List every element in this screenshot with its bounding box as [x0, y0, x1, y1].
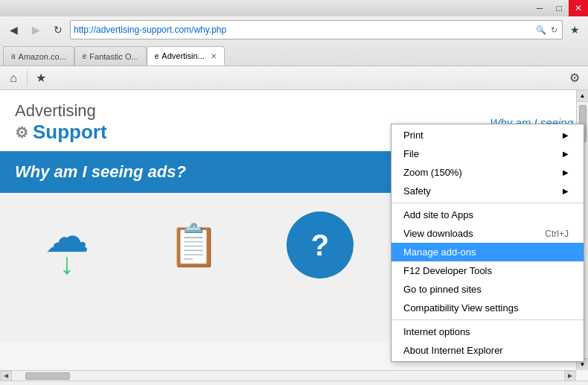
question-icon-container: ?	[268, 204, 372, 286]
site-logo-top: Advertising	[15, 101, 107, 121]
toolbar-separator	[27, 70, 28, 86]
menu-item-print-label: Print	[403, 130, 563, 141]
site-logo-bottom: ⚙ Support	[15, 121, 107, 144]
cloud-download-icon-container: ☁ ↓	[15, 204, 119, 286]
menu-item-safety-label: Safety	[403, 185, 563, 197]
toolbar-home-button[interactable]: ⌂	[3, 69, 24, 88]
restore-button[interactable]: □	[549, 0, 569, 16]
menu-item-safety[interactable]: Safety ▶	[392, 182, 584, 200]
tab-label-advertising: Advertisin...	[162, 51, 204, 60]
gear-icon: ⚙	[15, 124, 28, 141]
menu-item-compat-view-label: Compatibility View settings	[403, 302, 569, 314]
menu-item-zoom[interactable]: Zoom (150%) ▶	[392, 163, 584, 182]
title-bar: ─ □ ✕	[0, 0, 588, 16]
menu-item-f12-dev-label: F12 Developer Tools	[403, 265, 569, 276]
scrollbar-horizontal[interactable]: ◀ ▶	[0, 370, 576, 381]
menu-item-add-site-label: Add site to Apps	[403, 209, 569, 220]
scroll-left-button[interactable]: ◀	[0, 371, 12, 381]
tab-amazon[interactable]: a Amazon.co...	[3, 46, 74, 66]
scroll-up-button[interactable]: ▲	[577, 90, 588, 102]
refresh-addr-icon[interactable]: ↻	[549, 25, 559, 35]
menu-arrow-zoom: ▶	[563, 168, 569, 176]
close-button[interactable]: ✕	[569, 0, 588, 16]
menu-separator-1	[392, 203, 584, 203]
menu-shortcut-view-downloads: Ctrl+J	[545, 229, 569, 239]
menu-item-go-to-pinned-label: Go to pinned sites	[403, 284, 569, 295]
cloud-icon: ☁ ↓	[45, 210, 89, 281]
tab-fantastic[interactable]: e Fantastic O...	[74, 46, 147, 66]
tab-favicon-fantastic: e	[83, 52, 87, 60]
menu-separator-2	[392, 319, 584, 320]
status-bar	[0, 381, 588, 385]
menu-arrow-print: ▶	[563, 131, 569, 139]
scroll-right-button[interactable]: ▶	[564, 371, 576, 381]
site-logo-bottom-text: Support	[33, 121, 107, 144]
menu-item-add-site[interactable]: Add site to Apps	[392, 206, 584, 224]
context-menu: Print ▶ File ▶ Zoom (150%) ▶ Safety ▶ Ad…	[391, 124, 584, 362]
menu-item-about-ie-label: About Internet Explorer	[403, 345, 569, 356]
tab-label-fantastic: Fantastic O...	[89, 52, 138, 61]
menu-item-print[interactable]: Print ▶	[392, 126, 584, 144]
menu-item-manage-addons[interactable]: Manage add-ons	[392, 243, 584, 261]
tab-favicon-advertising: e	[155, 52, 159, 60]
tab-favicon-amazon: a	[11, 52, 16, 60]
url-text: http://advertising-support.com/why.php	[74, 25, 534, 35]
browser-chrome: ◀ ▶ ↻ http://advertising-support.com/why…	[0, 16, 588, 66]
site-logo: Advertising ⚙ Support	[15, 101, 107, 144]
menu-item-zoom-label: Zoom (150%)	[403, 167, 563, 178]
address-bar-icons: 🔍 ↻	[534, 25, 559, 35]
tab-label-amazon: Amazon.co...	[19, 52, 66, 61]
scroll-thumb-horizontal[interactable]	[25, 372, 70, 380]
menu-item-view-downloads[interactable]: View downloads Ctrl+J	[392, 224, 584, 243]
download-arrow-icon: ↓	[60, 247, 74, 281]
menu-arrow-file: ▶	[563, 150, 569, 158]
menu-item-file[interactable]: File ▶	[392, 144, 584, 163]
menu-item-internet-options[interactable]: Internet options	[392, 322, 584, 341]
address-bar[interactable]: http://advertising-support.com/why.php 🔍…	[70, 20, 563, 39]
refresh-button[interactable]: ↻	[48, 19, 68, 40]
toolbar-tools-button[interactable]: ⚙	[564, 69, 585, 88]
tabs-bar: a Amazon.co... e Fantastic O... e Advert…	[0, 43, 588, 66]
menu-item-f12-dev[interactable]: F12 Developer Tools	[392, 261, 584, 280]
tab-advertising[interactable]: e Advertisin... ✕	[147, 46, 225, 66]
menu-item-compat-view[interactable]: Compatibility View settings	[392, 299, 584, 317]
toolbar: ⌂ ★ ⚙	[0, 66, 588, 90]
minimize-button[interactable]: ─	[530, 0, 549, 16]
menu-item-file-label: File	[403, 148, 563, 159]
menu-item-manage-addons-label: Manage add-ons	[403, 246, 569, 258]
menu-item-view-downloads-label: View downloads	[403, 228, 545, 239]
forward-button[interactable]: ▶	[25, 19, 46, 40]
tab-close-icon[interactable]: ✕	[211, 52, 217, 60]
menu-item-go-to-pinned[interactable]: Go to pinned sites	[392, 280, 584, 299]
menu-arrow-safety: ▶	[563, 187, 569, 195]
page-content: Advertising ⚙ Support Why am I seeing Wh…	[0, 90, 588, 381]
document-icon-container: 📋	[141, 204, 246, 286]
search-icon[interactable]: 🔍	[534, 25, 548, 35]
menu-item-internet-options-label: Internet options	[403, 326, 569, 337]
back-button[interactable]: ◀	[3, 19, 24, 40]
menu-item-about-ie[interactable]: About Internet Explorer	[392, 341, 584, 360]
nav-bar: ◀ ▶ ↻ http://advertising-support.com/why…	[0, 16, 588, 43]
toolbar-favorites-button[interactable]: ★	[31, 69, 51, 88]
question-icon: ?	[287, 211, 354, 279]
favorites-button[interactable]: ★	[564, 19, 585, 40]
document-icon: 📋	[168, 221, 220, 270]
